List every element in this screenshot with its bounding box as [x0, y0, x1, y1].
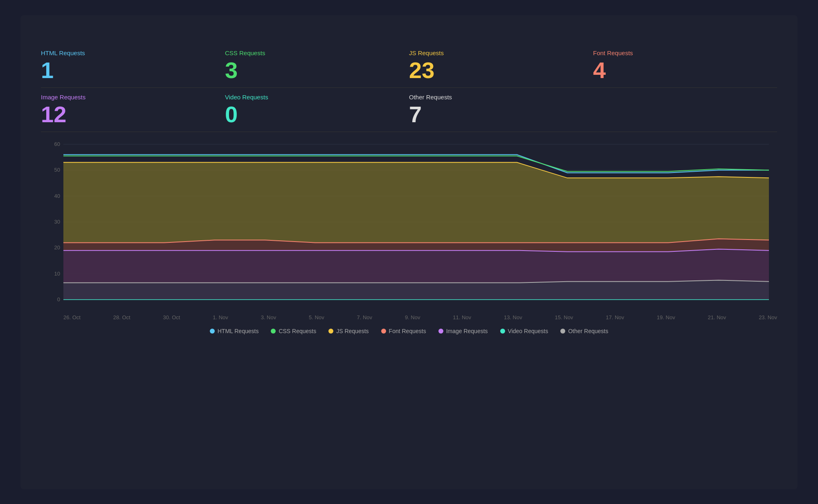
svg-text:30: 30	[54, 219, 60, 225]
metric-label: Image Requests	[41, 94, 225, 101]
chart-svg: 0102030405060	[41, 140, 777, 312]
x-axis-label: 3. Nov	[261, 314, 276, 320]
x-axis-labels: 26. Oct28. Oct30. Oct1. Nov3. Nov5. Nov7…	[41, 312, 777, 320]
x-axis-label: 26. Oct	[63, 314, 81, 320]
metric-cell: Other Requests 7	[409, 88, 593, 132]
x-axis-label: 5. Nov	[309, 314, 324, 320]
svg-text:0: 0	[57, 296, 60, 302]
metric-cell: Font Requests 4	[593, 44, 777, 88]
svg-text:50: 50	[54, 167, 60, 173]
legend-label: Image Requests	[446, 328, 488, 334]
x-axis-label: 15. Nov	[555, 314, 573, 320]
legend-dot	[381, 329, 386, 334]
x-axis-label: 28. Oct	[113, 314, 130, 320]
metric-value: 3	[225, 59, 409, 82]
legend-label: Other Requests	[568, 328, 608, 334]
metric-value: 1	[41, 59, 225, 82]
x-axis-label: 1. Nov	[213, 314, 228, 320]
x-axis-label: 17. Nov	[606, 314, 624, 320]
metric-label: Font Requests	[593, 49, 777, 56]
metric-cell: HTML Requests 1	[41, 44, 225, 88]
legend-dot	[328, 329, 333, 334]
x-axis-label: 21. Nov	[708, 314, 726, 320]
metric-cell: JS Requests 23	[409, 44, 593, 88]
x-axis-label: 23. Nov	[759, 314, 777, 320]
metric-label: HTML Requests	[41, 49, 225, 56]
metric-value: 23	[409, 59, 593, 82]
metric-cell: CSS Requests 3	[225, 44, 409, 88]
metric-value: 12	[41, 103, 225, 126]
x-axis-label: 9. Nov	[405, 314, 420, 320]
metric-value: 0	[225, 103, 409, 126]
svg-text:40: 40	[54, 193, 60, 199]
legend-dot	[210, 329, 215, 334]
legend-dot	[560, 329, 565, 334]
main-card: HTML Requests 1 CSS Requests 3 JS Reques…	[20, 15, 798, 489]
legend-item: CSS Requests	[271, 328, 316, 334]
x-axis-label: 19. Nov	[657, 314, 675, 320]
legend-label: JS Requests	[336, 328, 369, 334]
x-axis-label: 13. Nov	[504, 314, 522, 320]
legend-label: Font Requests	[389, 328, 426, 334]
metrics-grid: HTML Requests 1 CSS Requests 3 JS Reques…	[41, 44, 777, 132]
x-axis-label: 30. Oct	[163, 314, 180, 320]
legend-dot	[271, 329, 276, 334]
metric-value: 4	[593, 59, 777, 82]
chart-legend: HTML Requests CSS Requests JS Requests F…	[41, 328, 777, 334]
chart-area: 0102030405060	[41, 140, 777, 312]
metric-cell	[593, 88, 777, 132]
legend-item: HTML Requests	[210, 328, 259, 334]
metric-label: Video Requests	[225, 94, 409, 101]
svg-text:20: 20	[54, 244, 60, 251]
legend-label: HTML Requests	[218, 328, 259, 334]
metric-cell: Image Requests 12	[41, 88, 225, 132]
legend-label: Video Requests	[508, 328, 548, 334]
legend-dot	[438, 329, 443, 334]
legend-item: Image Requests	[438, 328, 488, 334]
chart-container: 0102030405060 26. Oct28. Oct30. Oct1. No…	[41, 140, 777, 320]
svg-text:60: 60	[54, 141, 60, 147]
metric-cell: Video Requests 0	[225, 88, 409, 132]
metric-label: JS Requests	[409, 49, 593, 56]
legend-item: JS Requests	[328, 328, 369, 334]
legend-item: Other Requests	[560, 328, 608, 334]
metric-label: Other Requests	[409, 94, 593, 101]
x-axis-label: 7. Nov	[357, 314, 372, 320]
x-axis-label: 11. Nov	[453, 314, 471, 320]
legend-dot	[500, 329, 505, 334]
svg-text:10: 10	[54, 270, 60, 276]
legend-item: Font Requests	[381, 328, 426, 334]
metric-label: CSS Requests	[225, 49, 409, 56]
metric-value: 7	[409, 103, 593, 126]
legend-label: CSS Requests	[279, 328, 316, 334]
legend-item: Video Requests	[500, 328, 548, 334]
